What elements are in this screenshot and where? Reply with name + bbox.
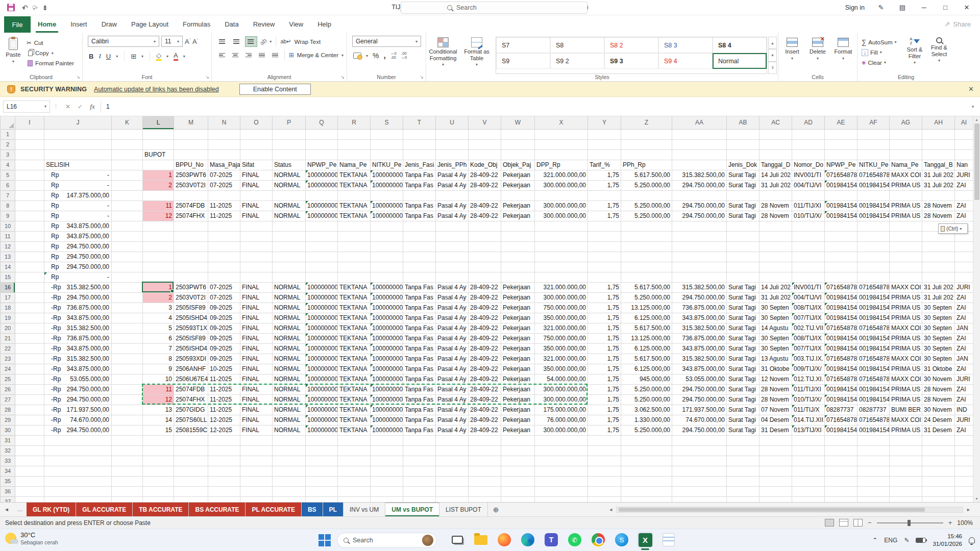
cell-T11[interactable] <box>403 231 436 241</box>
cell-AE32[interactable] <box>825 445 857 456</box>
taskbar-app-teams-icon[interactable]: T <box>543 532 559 548</box>
cell-Y4[interactable]: Tarif_% <box>588 160 621 170</box>
cell-W21[interactable]: Pekerjaan <box>501 333 535 343</box>
cell-W3[interactable] <box>501 149 535 160</box>
cell-Y20[interactable]: 1,75 <box>588 323 621 333</box>
cell-AB27[interactable]: Surat Tagi <box>727 394 760 405</box>
cell-AA24[interactable]: 343.875.000,00 <box>672 364 727 374</box>
number-dialog-launcher[interactable]: ↘ <box>420 74 424 80</box>
cell-AC20[interactable]: 14 Agustu <box>760 323 792 333</box>
align-bottom-icon[interactable] <box>246 37 257 46</box>
cell-N35[interactable] <box>208 476 240 486</box>
cell-AF11[interactable] <box>857 231 890 241</box>
cell-T24[interactable]: Tanpa Fas <box>403 364 436 374</box>
cell-I20[interactable] <box>15 323 44 333</box>
cell-U2[interactable] <box>436 139 469 149</box>
cell-X32[interactable] <box>535 445 588 456</box>
cell-AE24[interactable]: 001984154 <box>825 364 857 374</box>
cell-J36[interactable] <box>44 486 112 496</box>
cell-R33[interactable] <box>338 456 371 466</box>
cell-Z33[interactable] <box>621 456 672 466</box>
cell-AD37[interactable] <box>792 496 825 502</box>
cell-AB30[interactable]: Surat Tagi <box>727 425 760 435</box>
cell-S17[interactable]: 100000000 <box>371 292 403 303</box>
cell-T23[interactable]: Tanpa Fas <box>403 354 436 364</box>
cell-J31[interactable] <box>44 435 112 445</box>
cell-O22[interactable]: FINAL <box>240 343 273 354</box>
cell-AE34[interactable] <box>825 466 857 476</box>
cell-W6[interactable]: Pekerjaan <box>501 180 535 190</box>
cell-I25[interactable] <box>15 374 44 384</box>
cell-P28[interactable]: NORMAL <box>273 405 306 415</box>
tab-formulas[interactable]: Formulas <box>176 15 217 33</box>
cell-M6[interactable]: 2503V0T2I <box>174 180 208 190</box>
cell-K32[interactable] <box>112 445 143 456</box>
cell-Z30[interactable]: 5.250.000,00 <box>621 425 672 435</box>
cell-AA2[interactable] <box>672 139 727 149</box>
cell-X20[interactable]: 321.000.000,00 <box>535 323 588 333</box>
cell-Z31[interactable] <box>621 435 672 445</box>
cell-AF14[interactable] <box>857 262 890 272</box>
column-header-AA[interactable]: AA <box>672 116 727 129</box>
column-header-Y[interactable]: Y <box>588 116 621 129</box>
cell-Y31[interactable] <box>588 435 621 445</box>
cell-R20[interactable]: TEKTANA <box>338 323 371 333</box>
column-header-Z[interactable]: Z <box>621 116 672 129</box>
insert-function-icon[interactable]: fx <box>86 103 99 111</box>
zoom-level[interactable]: 100% <box>957 519 973 527</box>
cell-AB37[interactable] <box>727 496 760 502</box>
column-header-N[interactable]: N <box>208 116 240 129</box>
cell-N36[interactable] <box>208 486 240 496</box>
cell-W15[interactable] <box>501 272 535 282</box>
cell-V35[interactable] <box>469 476 501 486</box>
cell-AH15[interactable] <box>922 272 955 282</box>
column-header-J[interactable]: J <box>44 116 112 129</box>
cell-AH28[interactable]: 30 Novem <box>922 405 955 415</box>
horizontal-scrollbar[interactable] <box>616 507 963 513</box>
cell-V7[interactable] <box>469 190 501 201</box>
cell-J27[interactable]: -Rp294.750.000,00 <box>44 394 112 405</box>
page-break-view-button[interactable] <box>853 519 863 527</box>
font-dialog-launcher[interactable]: ↘ <box>205 74 209 80</box>
cell-AC8[interactable]: 28 Novem <box>760 201 792 211</box>
cell-AC32[interactable] <box>760 445 792 456</box>
cell-X4[interactable]: DPP_Rp <box>535 160 588 170</box>
cell-I22[interactable] <box>15 343 44 354</box>
fill-color-button[interactable]: ◇ <box>156 52 161 61</box>
cell-AI37[interactable] <box>955 496 973 502</box>
align-middle-icon[interactable] <box>231 37 242 46</box>
cell-O1[interactable] <box>240 129 273 139</box>
cell-L14[interactable] <box>143 262 174 272</box>
cell-AA23[interactable]: 315.382.500,00 <box>672 354 727 364</box>
cell-AF6[interactable]: 001984154 <box>857 180 890 190</box>
cell-Y32[interactable] <box>588 445 621 456</box>
row-header-16[interactable]: 16 <box>1 282 15 292</box>
cell-AA29[interactable]: 74.670.000,00 <box>672 415 727 425</box>
cell-V9[interactable]: 28-409-22 <box>469 211 501 221</box>
cell-J17[interactable]: -Rp294.750.000,00 <box>44 292 112 303</box>
cell-S9[interactable]: 100000000 <box>371 211 403 221</box>
cell-I17[interactable] <box>15 292 44 303</box>
cell-Y16[interactable]: 1,75 <box>588 282 621 292</box>
cell-AG5[interactable]: MAXX COI <box>890 170 922 180</box>
cell-T15[interactable] <box>403 272 436 282</box>
cell-AA19[interactable]: 343.875.000,00 <box>672 313 727 323</box>
cell-AC10[interactable] <box>760 221 792 231</box>
cell-Z28[interactable]: 3.062.500,00 <box>621 405 672 415</box>
cell-AI30[interactable]: ZAI <box>955 425 973 435</box>
cell-W26[interactable]: Pekerjaan <box>501 384 535 394</box>
tab-home[interactable]: Home <box>31 15 63 33</box>
cell-Y10[interactable] <box>588 221 621 231</box>
column-header-AC[interactable]: AC <box>760 116 792 129</box>
cell-M15[interactable] <box>174 272 208 282</box>
cell-M20[interactable]: 250593T1X <box>174 323 208 333</box>
minimize-button[interactable]: ─ <box>919 4 929 11</box>
cell-O36[interactable] <box>240 486 273 496</box>
cell-M19[interactable]: 2505ISHD4 <box>174 313 208 323</box>
cell-I28[interactable] <box>15 405 44 415</box>
cell-AF8[interactable]: 001984154 <box>857 201 890 211</box>
cell-R25[interactable]: TEKTANA <box>338 374 371 384</box>
cell-style-s9[interactable]: S9 <box>496 53 550 69</box>
cell-Q18[interactable]: 100000000 <box>306 303 338 313</box>
cell-I8[interactable] <box>15 201 44 211</box>
